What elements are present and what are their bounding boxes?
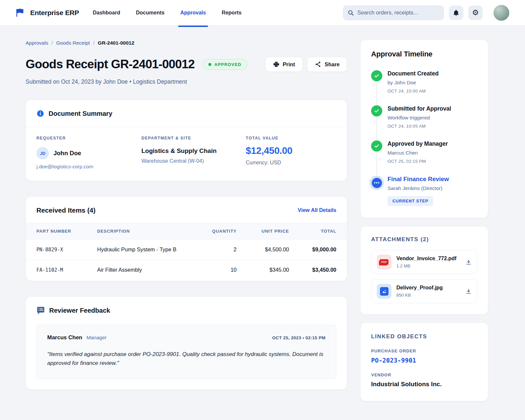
page-subtitle: Submitted on Oct 24, 2023 by John Doe • … [26,78,347,85]
brand: Enterprise ERP [16,8,79,18]
attachments-title: ATTACHMENTS (2) [371,236,477,243]
print-button[interactable]: Print [265,57,303,72]
breadcrumb-separator: / [52,40,53,46]
breadcrumb-current: GR-2401-00012 [98,40,134,46]
breadcrumb: Approvals / Goods Receipt / GR-2401-0001… [26,35,347,46]
timeline-step: Approved by Manager Marcus Chen OCT 25, … [371,129,477,164]
image-file-icon [377,284,391,299]
step-subtitle: Marcus Chen [388,150,448,156]
user-avatar[interactable] [494,5,509,21]
download-button[interactable] [465,259,472,265]
items-table-header: PART NUMBER DESCRIPTION QUANTITY UNIT PR… [26,223,347,240]
download-icon [465,288,472,295]
view-all-details-link[interactable]: View All Details [298,207,336,213]
row-description: Hydraulic Pump System - Type B [97,246,200,253]
reviewer-feedback-card: Reviewer Feedback Marcus Chen Manager OC… [26,296,347,390]
attachment-row-image[interactable]: Delivery_Proof.jpg 850 KB [371,279,477,303]
feedback-comment: "Items verified against purchase order P… [47,350,326,368]
step-subtitle: Sarah Jenkins (Director) [388,185,449,191]
total-value-currency: Currency: USD [246,160,336,166]
attachment-size: 850 KB [396,293,443,298]
step-subtitle: by John Doe [388,80,439,86]
col-unit-price: UNIT PRICE [237,229,289,234]
share-icon [315,61,321,68]
row-description: Air Filter Assembly [97,267,200,273]
step-subtitle: Workflow triggered [388,115,451,121]
row-unit-price: $4,500.00 [237,246,289,253]
search-input[interactable] [357,10,439,16]
step-title: Final Finance Review [388,176,449,183]
approval-timeline-card: Approval Timeline Document Created by Jo… [360,40,488,218]
attachment-row-pdf[interactable]: PDF Vendor_Invoice_772.pdf 1.2 MB [371,250,477,274]
pdf-chip-label: PDF [380,259,388,265]
row-part-number: PN-8829-X [36,247,97,253]
step-title: Submitted for Approval [388,105,451,112]
col-total: TOTAL [289,229,336,234]
current-step-badge: CURRENT STEP [388,196,433,206]
row-quantity: 2 [200,246,237,253]
in-progress-icon [369,176,384,190]
sidebar: Approval Timeline Document Created by Jo… [360,35,488,401]
requester-name: John Doe [53,150,81,157]
table-row: PN-8829-X Hydraulic Pump System - Type B… [26,240,347,260]
nav-reports[interactable]: Reports [222,0,242,25]
print-button-label: Print [283,61,295,68]
attachment-size: 1.2 MB [396,263,456,268]
check-icon [371,105,382,116]
feedback-title: Reviewer Feedback [49,307,110,314]
row-part-number: FA-1102-M [36,267,97,273]
vendor-label: VENDOR [371,372,477,377]
linked-objects-card: LINKED OBJECTS PURCHASE ORDER PO-2023-99… [360,323,488,401]
share-button-label: Share [325,61,340,68]
flag-logo-icon [16,8,26,18]
step-timestamp: OCT 25, 02:15 PM [388,159,448,164]
share-button[interactable]: Share [307,57,347,72]
main-nav: Dashboard Documents Approvals Reports [93,0,242,25]
purchase-order-link[interactable]: PO-2023-9901 [371,357,416,364]
pdf-file-icon: PDF [377,255,391,269]
received-items-title: Received Items (4) [36,206,95,214]
department-field: DEPARTMENT & SITE Logistics & Supply Cha… [141,136,246,170]
check-icon [371,70,382,81]
department-name: Logistics & Supply Chain [141,147,246,155]
nav-approvals[interactable]: Approvals [180,0,206,25]
table-row: FA-1102-M Air Filter Assembly 10 $345.00… [26,260,347,281]
notifications-button[interactable] [449,6,463,20]
department-site: Warehouse Central (W-04) [141,158,246,164]
document-summary-card: Document Summary REQUESTER JD John Doe j… [26,100,347,181]
feedback-author-role: Manager [87,335,107,341]
requester-email: j.doe@logistics-corp.com [36,164,141,170]
timeline-title: Approval Timeline [371,50,477,58]
timeline-step-current: Final Finance Review Sarah Jenkins (Dire… [371,164,477,206]
requester-initials-avatar: JD [36,147,49,159]
col-part-number: PART NUMBER [36,229,97,234]
attachment-name: Vendor_Invoice_772.pdf [396,256,456,262]
status-badge: APPROVED [202,59,247,70]
status-badge-label: APPROVED [214,62,242,67]
nav-dashboard[interactable]: Dashboard [93,0,120,25]
department-label: DEPARTMENT & SITE [141,136,246,140]
purchase-order-label: PURCHASE ORDER [371,348,477,353]
linked-objects-title: LINKED OBJECTS [371,333,477,340]
breadcrumb-approvals[interactable]: Approvals [26,40,48,46]
step-timestamp: OCT 24, 10:05 AM [388,124,451,129]
nav-documents[interactable]: Documents [136,0,164,25]
breadcrumb-goods-receipt[interactable]: Goods Receipt [56,40,90,46]
brand-name: Enterprise ERP [30,9,79,17]
status-dot-icon [208,63,211,66]
attachment-name: Delivery_Proof.jpg [396,285,443,291]
bell-icon [452,9,460,16]
step-timestamp: OCT 24, 10:00 AM [388,89,439,94]
requester-field: REQUESTER JD John Doe j.doe@logistics-co… [36,136,141,170]
step-title: Approved by Manager [388,140,448,147]
breadcrumb-separator: / [93,40,94,46]
download-button[interactable] [465,288,472,295]
feedback-author: Marcus Chen [47,334,82,341]
col-quantity: QUANTITY [200,229,237,234]
global-search[interactable] [343,5,444,20]
col-description: DESCRIPTION [97,229,200,234]
settings-button[interactable]: ⚙ [468,6,483,20]
summary-title: Document Summary [49,110,113,117]
total-value-label: TOTAL VALUE [246,136,336,140]
vendor-name: Industrial Solutions Inc. [371,381,477,388]
